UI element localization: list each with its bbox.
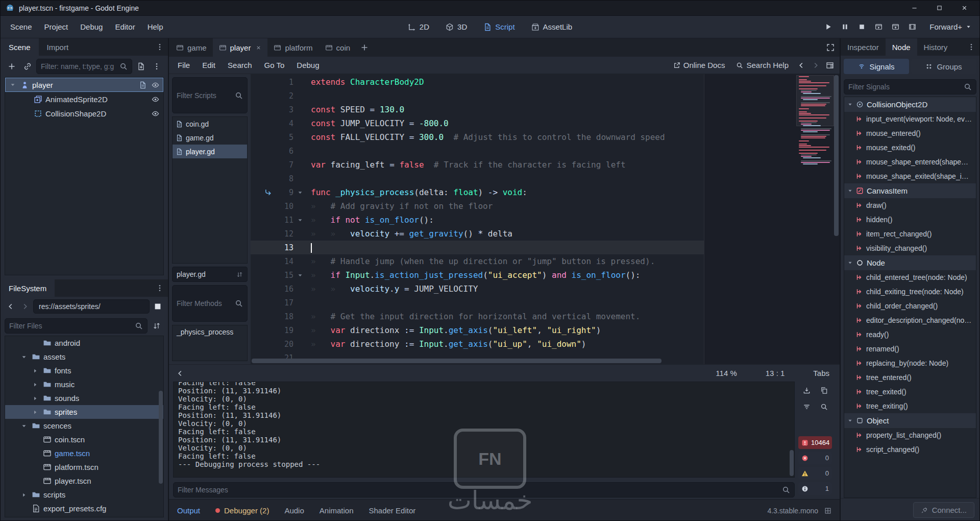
bottom-tab-animation[interactable]: Animation — [320, 506, 354, 515]
workspace-3d[interactable]: 3D — [439, 19, 473, 34]
signal-category-canvasitem[interactable]: CanvasItem — [844, 183, 976, 198]
file-player-tscn[interactable]: player.tscn — [5, 474, 163, 488]
script-item-player-gd[interactable]: player.gd — [173, 145, 247, 158]
file-filter-input[interactable] — [9, 322, 132, 330]
file-scences[interactable]: scences — [5, 419, 163, 433]
file-scripts[interactable]: scripts — [5, 488, 163, 502]
extra-tools-icon[interactable] — [150, 59, 164, 74]
code-line-3[interactable]: 3const SPEED = 130.0 — [251, 103, 840, 116]
gutter[interactable]: 20 — [251, 337, 307, 351]
file-coin-tscn[interactable]: coin.tscn — [5, 433, 163, 446]
play-scene-button[interactable] — [871, 20, 886, 34]
errors-circle-badge[interactable]: 0 — [798, 452, 832, 464]
gutter[interactable]: 19 — [251, 323, 307, 337]
signal-tree-entered[interactable]: tree_entered() — [844, 370, 976, 385]
play-custom-scene-button[interactable] — [888, 20, 903, 34]
eye-icon[interactable] — [152, 96, 159, 103]
code-line-7[interactable]: 7var facing_left = false # Track if the … — [251, 158, 840, 172]
code-line-6[interactable]: 6 — [251, 144, 840, 158]
gutter[interactable]: 4 — [251, 116, 307, 130]
gutter[interactable]: 12 — [251, 227, 307, 241]
gutter[interactable]: 18 — [251, 310, 307, 323]
signal-draw[interactable]: draw() — [844, 198, 976, 212]
override-method-icon[interactable] — [264, 188, 272, 196]
file-android[interactable]: android — [5, 336, 163, 350]
bottom-tab-audio[interactable]: Audio — [284, 506, 304, 515]
fold-arrow-icon[interactable] — [297, 217, 303, 223]
signal-mouse-entered[interactable]: mouse_entered() — [844, 126, 976, 140]
signal-category-object[interactable]: Object — [844, 413, 976, 428]
scene-node-collisionshape2d[interactable]: CollisionShape2D — [5, 106, 163, 121]
script-history-back-icon[interactable] — [795, 59, 808, 72]
menu-help[interactable]: Help — [142, 19, 169, 34]
signal-mouse-shape-exited[interactable]: mouse_shape_exited(shape_idx: int) — [844, 169, 976, 183]
script-icon[interactable] — [139, 81, 146, 89]
code-line-12[interactable]: 12»»velocity += get_gravity() * delta — [251, 227, 840, 241]
expand-arrow-icon[interactable] — [8, 82, 17, 88]
signal-editor-description-changed[interactable]: editor_description_changed(node: Node) — [844, 313, 976, 327]
signal-child-entered-tree[interactable]: child_entered_tree(node: Node) — [844, 270, 976, 285]
history-forward-button[interactable] — [19, 300, 31, 313]
code-vertical-scrollbar[interactable] — [834, 75, 839, 357]
pause-button[interactable] — [837, 20, 852, 34]
warnings-badge[interactable]: 0 — [798, 467, 832, 480]
expand-arrow-icon[interactable] — [31, 382, 40, 388]
code-line-13[interactable]: 13 — [251, 241, 840, 254]
menu-scene[interactable]: Scene — [5, 19, 38, 34]
tab-history[interactable]: History — [917, 38, 954, 56]
bottom-tab-output[interactable]: Output — [177, 506, 200, 515]
signal-replacing-by[interactable]: replacing_by(node: Node) — [844, 356, 976, 370]
signal-child-exiting-tree[interactable]: child_exiting_tree(node: Node) — [844, 285, 976, 299]
fold-arrow-icon[interactable] — [297, 272, 303, 278]
menu-debug[interactable]: Debug — [75, 19, 108, 34]
scene-node-player[interactable]: player — [5, 78, 163, 92]
expand-arrow-icon[interactable] — [19, 492, 29, 498]
script-menu-go-to[interactable]: Go To — [259, 58, 290, 73]
script-menu-debug[interactable]: Debug — [291, 58, 325, 73]
code-line-5[interactable]: 5const FALL_VELOCITY = 300.0 # Adjust th… — [251, 130, 840, 144]
expand-arrow-icon[interactable] — [31, 368, 40, 374]
signal-tree-exiting[interactable]: tree_exiting() — [844, 399, 976, 413]
tab-inspector[interactable]: Inspector — [841, 38, 886, 56]
file-assets[interactable]: assets — [5, 350, 163, 364]
split-mode-button[interactable] — [152, 300, 164, 313]
tab-filesystem[interactable]: FileSystem — [1, 279, 55, 297]
signal-tree-exited[interactable]: tree_exited() — [844, 385, 976, 399]
signal-mouse-exited[interactable]: mouse_exited() — [844, 140, 976, 155]
file-sounds[interactable]: sounds — [5, 391, 163, 405]
current-script-dropdown[interactable]: player.gd — [172, 267, 248, 282]
close-tab-icon[interactable] — [256, 45, 261, 51]
script-menu-edit[interactable]: Edit — [197, 58, 221, 73]
errors-badge[interactable]: 10464 — [798, 436, 832, 449]
expand-arrow-icon[interactable] — [19, 354, 29, 360]
instance-scene-button[interactable] — [20, 59, 35, 74]
attach-script-button[interactable] — [134, 59, 148, 74]
script-filter-input[interactable] — [177, 91, 232, 100]
bottom-tab-shader-editor[interactable]: Shader Editor — [369, 506, 416, 515]
indent-mode[interactable]: Tabs — [813, 369, 829, 377]
subtab-groups[interactable]: Groups — [911, 59, 976, 74]
scene-tab-coin[interactable]: coin — [319, 38, 357, 57]
sort-files-button[interactable] — [150, 319, 164, 333]
gutter[interactable]: 3 — [251, 103, 307, 116]
file-music[interactable]: music — [5, 377, 163, 391]
menu-project[interactable]: Project — [39, 19, 74, 34]
scene-filter-input[interactable] — [41, 62, 116, 70]
signal-child-order-changed[interactable]: child_order_changed() — [844, 299, 976, 313]
file-export-presets-cfg[interactable]: export_presets.cfg — [5, 502, 163, 515]
code-horizontal-scrollbar[interactable] — [252, 359, 791, 363]
script-history-forward-icon[interactable] — [809, 59, 822, 72]
gutter[interactable]: 1 — [251, 75, 307, 89]
signal-category-node[interactable]: Node — [844, 255, 976, 270]
dock-menu-icon[interactable] — [152, 43, 168, 51]
online-docs-button[interactable]: Online Docs — [668, 59, 730, 72]
script-menu-search[interactable]: Search — [222, 58, 258, 73]
new-scene-tab-button[interactable] — [356, 38, 373, 57]
copy-log-button[interactable] — [817, 384, 831, 397]
stop-button[interactable] — [854, 20, 869, 34]
distraction-free-icon[interactable] — [821, 38, 840, 57]
minimize-button[interactable] — [904, 2, 924, 15]
close-button[interactable] — [954, 2, 974, 15]
signal-ready[interactable]: ready() — [844, 327, 976, 342]
search-log-button[interactable] — [817, 400, 831, 413]
